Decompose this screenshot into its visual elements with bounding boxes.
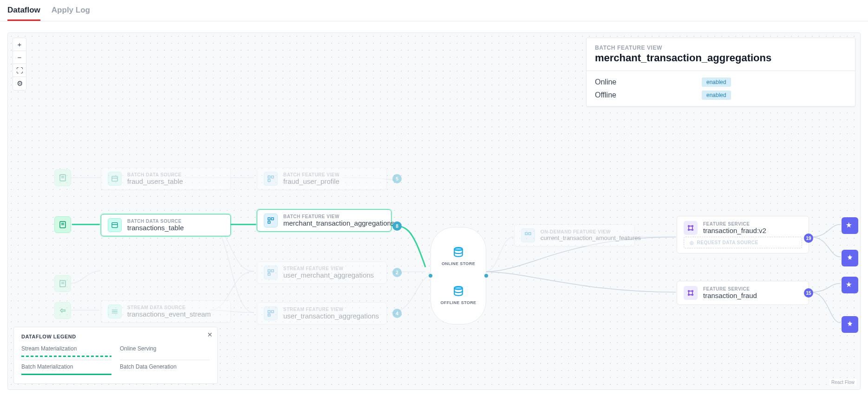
settings-button[interactable]: ⚙ xyxy=(13,77,26,90)
svg-rect-6 xyxy=(268,179,270,182)
node-name: transaction_fraud:v2 xyxy=(703,227,766,235)
minus-icon: − xyxy=(18,53,22,61)
node-batch-data-source[interactable]: BATCH DATA SOURCEtransactions_table xyxy=(101,214,231,236)
node-batch-data-source[interactable]: BATCH DATA SOURCEfraud_users_table xyxy=(101,168,231,190)
svg-rect-3 xyxy=(112,176,117,182)
stream-icon xyxy=(108,305,122,318)
legend-panel: ✕ DATAFLOW LEGEND Stream Materialization… xyxy=(13,327,218,384)
zoom-in-button[interactable]: + xyxy=(13,38,26,51)
node-type: ON-DEMAND FEATURE VIEW xyxy=(541,229,641,234)
node-type: FEATURE SERVICE xyxy=(703,286,757,292)
svg-point-21 xyxy=(688,226,690,227)
tab-bar: Dataflow Apply Log xyxy=(0,0,868,21)
svg-rect-7 xyxy=(112,223,117,228)
svg-point-24 xyxy=(692,229,693,231)
svg-point-25 xyxy=(688,291,690,292)
online-status-badge: enabled xyxy=(702,78,731,87)
node-batch-feature-view[interactable]: BATCH FEATURE VIEWmerchant_transaction_a… xyxy=(257,209,392,232)
legend-item: Online Serving xyxy=(120,344,210,360)
tab-dataflow[interactable]: Dataflow xyxy=(7,4,40,21)
tab-apply-log[interactable]: Apply Log xyxy=(52,4,90,21)
node-name: transactions_event_stream xyxy=(127,310,211,318)
gear-icon: ⚙ xyxy=(17,79,23,88)
node-type: BATCH FEATURE VIEW xyxy=(283,172,339,177)
feature-count: 5 xyxy=(392,174,402,183)
online-store-label: ONLINE STORE xyxy=(442,261,475,266)
node-odfv[interactable]: ON-DEMAND FEATURE VIEWcurrent_transactio… xyxy=(514,224,635,246)
dataflow-canvas[interactable]: + − ⛶ ⚙ BATCH FEATURE VIEW merchant_tran… xyxy=(7,32,861,390)
feature-view-icon xyxy=(521,228,535,242)
node-name: transaction_fraud xyxy=(703,292,757,300)
svg-rect-10 xyxy=(268,221,270,223)
action-icon[interactable] xyxy=(842,250,858,266)
zoom-controls: + − ⛶ ⚙ xyxy=(13,38,26,91)
node-stream-data-source[interactable]: STREAM DATA SOURCEtransactions_event_str… xyxy=(101,300,231,323)
feature-count: 15 xyxy=(804,288,813,298)
close-icon[interactable]: ✕ xyxy=(207,331,213,338)
stream-source-icon[interactable] xyxy=(54,302,71,319)
feature-service-icon xyxy=(684,221,698,235)
node-name: user_merchant_aggregations xyxy=(283,271,374,279)
feature-view-icon xyxy=(264,266,278,279)
database-icon xyxy=(452,285,464,298)
node-stream-feature-view[interactable]: STREAM FEATURE VIEWuser_transaction_aggr… xyxy=(257,302,387,324)
feature-count: 19 xyxy=(804,233,813,243)
svg-point-26 xyxy=(692,291,693,292)
node-type: BATCH DATA SOURCE xyxy=(127,172,183,177)
svg-point-27 xyxy=(688,294,690,296)
action-icon[interactable] xyxy=(842,217,858,234)
svg-rect-9 xyxy=(271,218,274,220)
svg-rect-4 xyxy=(268,176,270,178)
svg-rect-20 xyxy=(529,233,531,235)
database-icon xyxy=(452,246,464,259)
fit-icon: ⛶ xyxy=(16,66,23,74)
svg-rect-5 xyxy=(271,176,274,178)
svg-rect-19 xyxy=(525,233,528,235)
legend-title: DATAFLOW LEGEND xyxy=(21,334,210,339)
zoom-out-button[interactable]: − xyxy=(13,51,26,64)
source-icon[interactable] xyxy=(54,216,71,233)
reactflow-attribution: React Flow xyxy=(829,379,856,386)
node-type: STREAM FEATURE VIEW xyxy=(283,307,379,312)
store-out-handle xyxy=(484,274,488,278)
svg-point-28 xyxy=(692,294,693,296)
feature-count: 2 xyxy=(392,268,402,277)
feature-count: 4 xyxy=(392,309,402,318)
node-feature-service[interactable]: FEATURE SERVICEtransaction_fraud xyxy=(677,281,809,305)
table-icon xyxy=(108,172,122,186)
svg-rect-8 xyxy=(268,218,270,220)
node-feature-service[interactable]: FEATURE SERVICEtransaction_fraud:v2 ◎REQ… xyxy=(677,216,809,253)
feature-view-icon xyxy=(264,172,278,186)
svg-rect-15 xyxy=(271,311,274,313)
source-icon[interactable] xyxy=(54,169,71,186)
svg-rect-14 xyxy=(268,311,270,313)
action-icon[interactable] xyxy=(842,316,858,333)
svg-rect-13 xyxy=(268,273,270,275)
node-name: merchant_transaction_aggregations xyxy=(283,219,394,227)
request-icon: ◎ xyxy=(690,240,694,245)
node-type: FEATURE SERVICE xyxy=(703,221,766,227)
details-panel: BATCH FEATURE VIEW merchant_transaction_… xyxy=(586,38,855,107)
node-name: fraud_users_table xyxy=(127,177,183,186)
action-icon[interactable] xyxy=(842,277,858,293)
offline-label: Offline xyxy=(595,91,702,99)
svg-point-22 xyxy=(692,226,693,227)
node-batch-feature-view[interactable]: BATCH FEATURE VIEWfraud_user_profile xyxy=(257,168,387,190)
feature-count: 8 xyxy=(392,221,402,231)
store-node[interactable]: ONLINE STORE OFFLINE STORE xyxy=(431,227,486,324)
node-type: STREAM DATA SOURCE xyxy=(127,305,211,310)
source-icon[interactable] xyxy=(54,275,71,292)
node-type: BATCH DATA SOURCE xyxy=(127,219,184,224)
svg-point-17 xyxy=(454,247,462,251)
node-type: STREAM FEATURE VIEW xyxy=(283,266,374,271)
feature-view-icon xyxy=(264,214,278,227)
details-title: merchant_transaction_aggregations xyxy=(595,52,847,64)
svg-point-23 xyxy=(688,229,690,231)
node-stream-feature-view[interactable]: STREAM FEATURE VIEWuser_merchant_aggrega… xyxy=(257,261,387,284)
svg-rect-12 xyxy=(271,270,274,272)
table-icon xyxy=(108,218,122,232)
fit-view-button[interactable]: ⛶ xyxy=(13,64,26,77)
request-data-source: ◎REQUEST DATA SOURCE xyxy=(684,237,802,248)
feature-service-icon xyxy=(684,286,698,300)
legend-item: Batch Data Generation xyxy=(120,362,210,378)
